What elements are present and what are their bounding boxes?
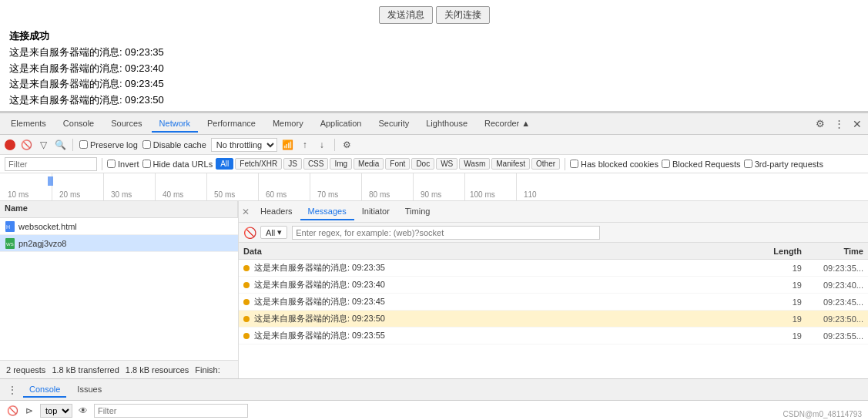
tab-performance[interactable]: Performance [199, 116, 263, 133]
chip-media[interactable]: Media [354, 158, 384, 170]
console-clear-btn[interactable]: 🚫 [6, 405, 18, 417]
row-text-4: 这是来自服务器端的消息: 09:23:55 [254, 330, 756, 341]
request-item-0[interactable]: H websocket.html [0, 218, 238, 235]
timeline-req-2 [51, 176, 53, 186]
stop-icon[interactable]: 🚫 [243, 227, 256, 239]
tab-network[interactable]: Network [152, 116, 198, 133]
chip-manifest[interactable]: Manifest [491, 158, 530, 170]
log-line-1: 这是来自服务器端的消息: 09:23:35 [9, 45, 859, 61]
download-icon[interactable]: ↓ [316, 139, 328, 151]
eye-icon[interactable]: 👁 [77, 405, 89, 417]
tab-sources[interactable]: Sources [103, 116, 149, 133]
detail-tab-messages[interactable]: Messages [300, 203, 354, 220]
console-expand-icon[interactable]: ⊳ [23, 405, 35, 417]
request-name-1: pn2agj3vzo8 [18, 239, 66, 248]
tab-application[interactable]: Application [313, 116, 370, 133]
console-filter-input[interactable] [94, 404, 248, 418]
data-row-3[interactable]: 这是来自服务器端的消息: 09:23:50 19 09:23:50... [239, 311, 868, 328]
data-row-1[interactable]: 这是来自服务器端的消息: 09:23:40 19 09:23:40... [239, 277, 868, 294]
hide-data-urls-checkbox[interactable] [142, 160, 151, 168]
log-line-0: 连接成功 [9, 29, 859, 45]
more-icon[interactable]: ⋮ [831, 116, 846, 132]
tab-recorder[interactable]: Recorder ▲ [477, 116, 538, 133]
chip-ws[interactable]: WS [436, 158, 457, 170]
row-length-3: 19 [756, 314, 802, 324]
marker-10ms: 10 ms [8, 190, 28, 199]
details-close-icon[interactable]: ✕ [242, 207, 250, 217]
log-area: 连接成功 这是来自服务器端的消息: 09:23:35 这是来自服务器端的消息: … [9, 29, 859, 112]
filter-input[interactable] [5, 157, 97, 171]
data-row-4[interactable]: 这是来自服务器端的消息: 09:23:55 19 09:23:55... [239, 328, 868, 344]
status-transferred: 1.8 kB transferred [52, 365, 119, 375]
request-item-1[interactable]: WS pn2agj3vzo8 [0, 235, 238, 252]
hide-data-urls-label[interactable]: Hide data URLs [142, 160, 213, 169]
all-filter-button[interactable]: All ▾ [260, 226, 287, 239]
data-row-2[interactable]: 这是来自服务器端的消息: 09:23:45 19 09:23:45... [239, 294, 868, 311]
console-tab[interactable]: Console [23, 382, 66, 398]
chip-doc[interactable]: Doc [411, 158, 434, 170]
close-button[interactable]: 关闭连接 [436, 6, 490, 24]
blocked-requests-checkbox[interactable] [662, 160, 670, 168]
chip-img[interactable]: Img [330, 158, 352, 170]
tab-lighthouse[interactable]: Lighthouse [418, 116, 475, 133]
row-length-4: 19 [756, 331, 802, 341]
tab-security[interactable]: Security [370, 116, 417, 133]
third-party-checkbox[interactable] [744, 160, 752, 168]
wifi-icon[interactable]: 📶 [282, 139, 294, 151]
record-button[interactable] [5, 139, 15, 150]
close-icon[interactable]: ✕ [850, 116, 865, 132]
browser-content: 发送消息 关闭连接 连接成功 这是来自服务器端的消息: 09:23:35 这是来… [0, 0, 868, 112]
chip-other[interactable]: Other [531, 158, 560, 170]
svg-text:H: H [6, 224, 10, 230]
row-time-1: 09:23:40... [802, 281, 863, 290]
watermark: CSDN@m0_48114793 [783, 410, 862, 418]
invert-checkbox[interactable] [107, 160, 116, 168]
blocked-cookies-label[interactable]: Has blocked cookies [570, 160, 659, 169]
disable-cache-label[interactable]: Disable cache [142, 140, 206, 150]
chip-fetch-xhr[interactable]: Fetch/XHR [235, 158, 282, 170]
gear-icon[interactable]: ⚙ [813, 116, 828, 132]
details-panel: ✕ Headers Messages Initiator Timing 🚫 Al… [239, 201, 868, 378]
chip-wasm[interactable]: Wasm [459, 158, 490, 170]
tab-elements[interactable]: Elements [3, 116, 54, 133]
preserve-log-checkbox[interactable] [79, 140, 88, 149]
console-level-select[interactable]: top [40, 404, 72, 418]
requests-list: H websocket.html WS pn2agj3vzo8 [0, 218, 238, 360]
settings-icon[interactable]: ⚙ [341, 139, 354, 151]
chip-js[interactable]: JS [283, 158, 302, 170]
status-resources: 1.8 kB resources [126, 365, 189, 375]
console-menu-icon[interactable]: ⋮ [6, 384, 18, 396]
chip-all[interactable]: All [216, 158, 233, 170]
disable-cache-checkbox[interactable] [142, 140, 151, 149]
tab-memory[interactable]: Memory [265, 116, 311, 133]
invert-label[interactable]: Invert [107, 160, 139, 169]
filter-toggle-button[interactable]: ▽ [37, 139, 49, 151]
send-button[interactable]: 发送消息 [379, 6, 433, 24]
timeline-line-3 [155, 173, 156, 200]
console-toolbar: 🚫 ⊳ top 👁 CSDN@m0_48114793 [0, 400, 868, 420]
clear-button[interactable]: 🚫 [20, 139, 32, 151]
msg-filter-input[interactable] [292, 226, 600, 240]
blocked-cookies-checkbox[interactable] [570, 160, 578, 168]
row-indicator-0 [243, 265, 250, 271]
detail-tab-headers[interactable]: Headers [253, 203, 300, 220]
search-button[interactable]: 🔍 [54, 139, 66, 151]
blocked-requests-label[interactable]: Blocked Requests [662, 160, 741, 169]
filter-bar: Invert Hide data URLs All Fetch/XHR JS C… [0, 155, 868, 173]
row-indicator-1 [243, 282, 250, 288]
preserve-log-label[interactable]: Preserve log [79, 140, 138, 150]
upload-icon[interactable]: ↑ [299, 139, 311, 151]
chip-font[interactable]: Font [385, 158, 410, 170]
tab-console[interactable]: Console [55, 116, 102, 133]
chip-css[interactable]: CSS [303, 158, 329, 170]
detail-tab-initiator[interactable]: Initiator [354, 203, 397, 220]
marker-60ms: 60 ms [266, 190, 287, 199]
detail-tab-timing[interactable]: Timing [397, 203, 438, 220]
data-row-0[interactable]: 这是来自服务器端的消息: 09:23:35 19 09:23:35... [239, 260, 868, 277]
row-indicator-4 [243, 333, 250, 339]
throttle-select[interactable]: No throttling [211, 138, 277, 152]
divider-3 [102, 158, 102, 170]
details-tabs: ✕ Headers Messages Initiator Timing [239, 201, 868, 223]
third-party-label[interactable]: 3rd-party requests [744, 160, 823, 169]
issues-tab[interactable]: Issues [71, 382, 108, 398]
